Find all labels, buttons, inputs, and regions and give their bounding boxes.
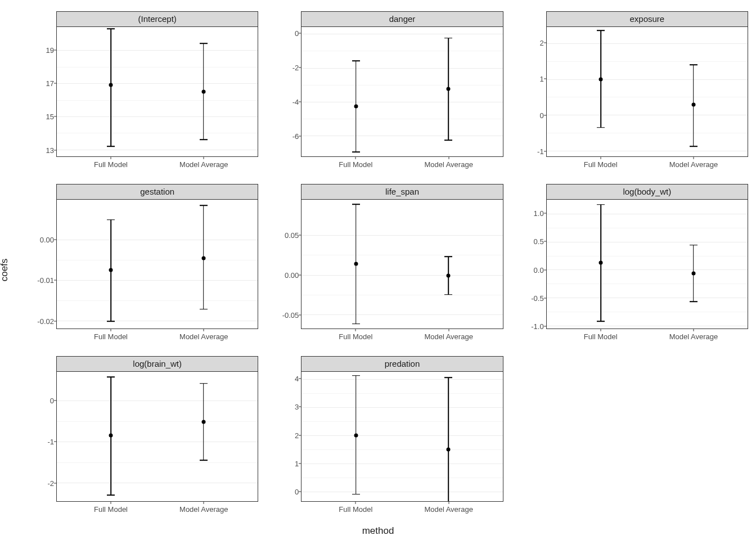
facet-strip-label: log(brain_wt) [56,356,258,371]
point-estimate [599,77,603,81]
facet-strip-label: log(body_wt) [546,184,748,199]
x-axis: Full ModelModel Average [268,329,503,346]
x-axis: Full ModelModel Average [268,502,503,519]
point-estimate [201,89,205,93]
error-bar-cap [200,383,208,384]
y-tick-label: 0.0 [534,266,544,274]
point-estimate [691,272,695,276]
y-tick-label: 19 [46,46,54,54]
x-tick-label: Full Model [94,160,128,169]
y-axis: -2-10 [24,356,56,502]
x-tick-label: Model Average [669,160,718,169]
error-bar-cap [107,28,115,29]
facet-cell: -0.050.000.05life_spanFull ModelModel Av… [268,184,503,346]
point-estimate [354,104,358,108]
point-estimate [109,268,113,272]
y-tick-label: -0.02 [37,317,54,325]
point-estimate [447,87,451,91]
error-bar-cap [107,219,115,220]
y-tick-label: -1 [47,438,54,446]
y-tick-label: 0.00 [40,236,54,244]
x-tick-label: Model Average [179,332,228,341]
y-tick-label: 0.5 [534,237,544,246]
point-estimate [447,273,451,277]
y-tick-label: 1 [539,75,543,83]
error-bar-cap [444,377,452,379]
error-bar-cap [352,204,360,205]
error-bar-cap [107,376,115,377]
y-axis: -1.0-0.50.00.51.0 [514,184,546,330]
point-estimate [109,434,113,438]
x-axis-label: method [362,525,394,537]
facet-strip-label: danger [301,11,503,26]
point-estimate [109,83,113,87]
y-tick-label: -0.05 [282,310,299,319]
y-axis: 13151719 [24,11,56,157]
y-tick-label: -0.5 [531,294,543,302]
x-tick-label: Model Average [424,160,473,169]
error-bar-cap [690,64,698,65]
error-bar-cap [200,205,208,206]
facet-strip-label: (Intercept) [56,11,258,26]
y-tick-label: -2 [292,64,299,72]
error-bar-cap [690,302,698,303]
facet-cell: -6-4-20dangerFull ModelModel Average [268,11,503,174]
error-bar-cap [597,204,605,205]
point-estimate [354,433,358,437]
facet-cell: -1012exposureFull ModelModel Average [514,11,748,174]
facet-grid: 13151719(Intercept)Full ModelModel Avera… [24,11,748,519]
error-bar-cap [352,151,360,152]
error-bar-cap [444,294,452,295]
x-tick-label: Model Average [424,332,473,341]
error-bar-cap [107,321,115,322]
y-tick-label: 0 [539,111,543,119]
y-axis-label: coefs [0,259,10,282]
x-tick-label: Model Average [179,160,228,169]
panel [56,199,258,330]
panel [301,26,503,157]
error-bar-cap [352,375,360,376]
error-bar-cap [200,139,208,140]
x-axis: Full ModelModel Average [514,329,748,346]
error-bar-cap [597,127,605,128]
x-tick-label: Model Average [179,505,228,514]
x-axis: Full ModelModel Average [24,502,258,519]
y-tick-label: 0 [295,29,299,38]
y-tick-label: 17 [46,79,54,87]
x-axis: Full ModelModel Average [268,157,503,174]
error-bar-cap [444,140,452,141]
error-bar-cap [597,30,605,32]
y-tick-label: 2 [539,38,543,47]
x-tick-label: Model Average [424,505,473,514]
y-axis: -6-4-20 [268,11,301,157]
error-bar-cap [352,61,360,62]
point-estimate [691,103,695,107]
x-tick-label: Model Average [669,332,718,341]
error-bar-cap [690,146,698,147]
facet-strip-label: gestation [56,184,258,199]
error-bar-cap [107,146,115,147]
facet-strip-label: predation [301,356,503,371]
panel [56,26,258,157]
x-axis: Full ModelModel Average [24,157,258,174]
x-tick-label: Full Model [584,332,618,341]
error-bar-cap [444,38,452,39]
facet-cell: 13151719(Intercept)Full ModelModel Avera… [24,11,258,174]
y-tick-label: 0 [50,396,54,404]
y-tick-label: 4 [295,374,299,382]
error-bar-cap [200,43,208,44]
y-tick-label: -0.01 [37,276,54,285]
y-tick-label: 13 [46,146,54,154]
error-bar-cap [444,256,452,257]
panel [301,199,503,330]
error-bar-cap [107,494,115,496]
y-tick-label: -4 [292,98,299,106]
panel [301,371,503,502]
y-axis: -0.050.000.05 [268,184,301,330]
error-bar [448,377,449,502]
point-estimate [201,420,205,424]
x-tick-label: Full Model [94,332,128,341]
point-estimate [201,256,205,260]
facet-strip-label: exposure [546,11,748,26]
error-bar [111,29,112,146]
